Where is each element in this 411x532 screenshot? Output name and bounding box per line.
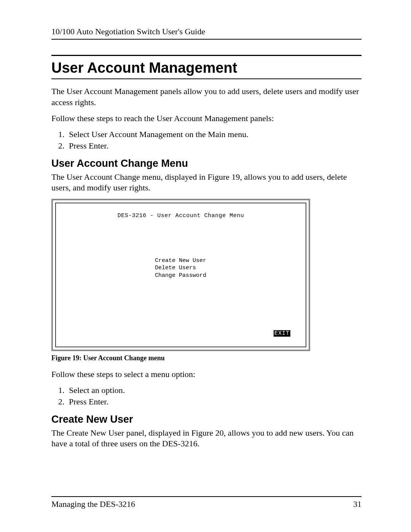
terminal-menu-item: Create New User	[155, 257, 294, 265]
page-footer: Managing the DES-3216 31	[51, 496, 362, 509]
title-rule-bottom	[51, 78, 362, 79]
terminal-title: DES-3216 - User Account Change Menu	[67, 212, 294, 219]
terminal-screenshot: DES-3216 - User Account Change Menu Crea…	[51, 199, 310, 351]
sub2-intro: The Create New User panel, displayed in …	[51, 428, 362, 449]
terminal-inner: DES-3216 - User Account Change Menu Crea…	[55, 203, 306, 347]
step-item: Press Enter.	[67, 141, 362, 151]
postfig-lead-in: Follow these steps to select a menu opti…	[51, 369, 362, 380]
terminal-exit-label: EXIT	[274, 330, 290, 337]
terminal-menu: Create New User Delete Users Change Pass…	[155, 257, 294, 280]
footer-rule	[51, 496, 362, 497]
subheading-create-new-user: Create New User	[51, 414, 362, 425]
steps-list-1: Select User Account Management on the Ma…	[51, 129, 362, 151]
running-header: 10/100 Auto Negotiation Switch User's Gu…	[51, 27, 362, 40]
title-rule-top	[51, 55, 362, 56]
terminal-menu-item: Delete Users	[155, 264, 294, 272]
steps-lead-in: Follow these steps to reach the User Acc…	[51, 113, 362, 124]
step-item: Select an option.	[67, 385, 362, 395]
steps-list-2: Select an option. Press Enter.	[51, 385, 362, 407]
subheading-user-account-change: User Account Change Menu	[51, 158, 362, 169]
page-number: 31	[353, 499, 362, 509]
section-title: User Account Management	[51, 60, 362, 76]
footer-line: Managing the DES-3216 31	[51, 499, 362, 509]
step-item: Press Enter.	[67, 397, 362, 407]
figure-caption: Figure 19: User Account Change menu	[51, 354, 362, 362]
footer-left-text: Managing the DES-3216	[51, 499, 135, 509]
step-item: Select User Account Management on the Ma…	[67, 129, 362, 139]
terminal-menu-item: Change Password	[155, 272, 294, 280]
document-page: 10/100 Auto Negotiation Switch User's Gu…	[0, 0, 411, 532]
section-intro: The User Account Management panels allow…	[51, 86, 362, 108]
sub1-intro: The User Account Change menu, displayed …	[51, 172, 362, 193]
